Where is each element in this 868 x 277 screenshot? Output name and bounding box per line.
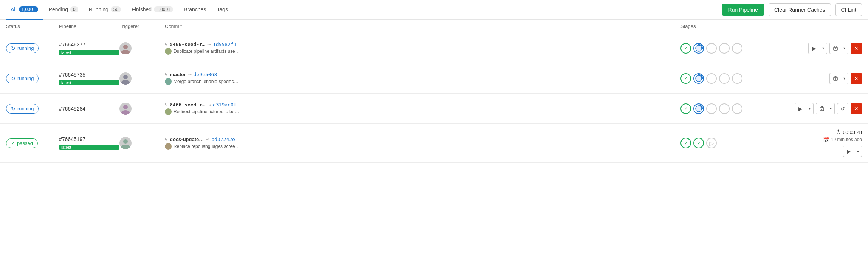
- branch-name-4: docs-update…: [170, 137, 204, 142]
- duration-4: ⏱ 00:03:28: [836, 129, 862, 135]
- avatar-4: [119, 137, 132, 149]
- clear-runner-caches-button[interactable]: Clear Runner Caches: [769, 3, 831, 16]
- arrow-icon-1: ⊸: [207, 42, 211, 47]
- stage-2-2[interactable]: [693, 73, 704, 84]
- commit-avatar-1: [165, 48, 172, 55]
- actions-col-2: ▾ ✕: [794, 73, 862, 84]
- cancel-button-1[interactable]: ✕: [851, 43, 862, 54]
- status-badge-passed-4: ✓ passed: [6, 138, 38, 148]
- stage-3-3[interactable]: [706, 103, 717, 114]
- svg-point-2: [696, 45, 702, 51]
- commit-sha-2[interactable]: de9e5068: [194, 72, 217, 77]
- status-cell-1: ↻ running: [6, 43, 59, 53]
- stage-2-1[interactable]: ✓: [680, 73, 691, 84]
- stage-1-5[interactable]: [732, 43, 742, 54]
- artifact-dropdown-3[interactable]: ▾: [827, 103, 835, 114]
- artifact-button-3[interactable]: [816, 103, 827, 114]
- pipeline-col-1: #76646377 latest: [59, 42, 119, 55]
- stage-3-1[interactable]: ✓: [680, 103, 691, 114]
- branch-name-2: master: [170, 72, 186, 77]
- status-cell-2: ↻ running: [6, 74, 59, 83]
- table-row: ↻ running #76646377 latest ⑂ 8466-seed-r…: [0, 33, 868, 63]
- tab-all[interactable]: All 1,000+: [6, 0, 43, 20]
- svg-point-13: [121, 145, 130, 149]
- tab-branches[interactable]: Branches: [179, 0, 211, 20]
- branch-name-1: 8466-seed-r…: [170, 42, 205, 47]
- stage-2-5[interactable]: [732, 73, 742, 84]
- artifact-button-2[interactable]: [829, 73, 841, 84]
- commit-message-text-3: Redirect pipeline fixtures to be…: [174, 109, 239, 114]
- svg-point-0: [123, 45, 128, 49]
- play-button-4[interactable]: ▶: [843, 146, 854, 157]
- triggerer-1: [119, 42, 165, 54]
- arrow-icon-4: ⊸: [206, 137, 209, 142]
- stages-col-4: ✓ ✓ ▷: [680, 138, 794, 148]
- tab-running[interactable]: Running 56: [84, 0, 126, 20]
- branch-name-3: 8466-seed-r…: [170, 102, 205, 108]
- stage-1-2[interactable]: [693, 43, 704, 54]
- pipeline-id-4: #76645197: [59, 136, 119, 142]
- commit-avatar-4: [165, 143, 172, 150]
- svg-point-1: [121, 50, 130, 54]
- stage-2-3[interactable]: [706, 73, 717, 84]
- run-pipeline-button[interactable]: Run Pipeline: [722, 4, 764, 16]
- commit-message-text-1: Duplicate pipeline artifacts use…: [174, 49, 240, 54]
- artifact-dropdown-2[interactable]: ▾: [841, 73, 848, 84]
- running-icon-2: ↻: [11, 75, 16, 82]
- arrow-icon-3: ⊸: [207, 102, 211, 108]
- stage-3-5[interactable]: [732, 103, 742, 114]
- fork-icon-3: ⑂: [165, 102, 168, 108]
- play-button-1[interactable]: ▶: [808, 43, 820, 54]
- avatar-3: [119, 103, 132, 115]
- tab-finished-badge: 1,000+: [154, 6, 173, 12]
- pipeline-id-2: #76645735: [59, 72, 119, 78]
- commit-sha-1[interactable]: 1d5582f1: [213, 42, 237, 47]
- actions-col-3: ▶ ▾ ▾ ↺ ✕: [794, 103, 862, 114]
- time-ago-value-4: 19 minutes ago: [831, 137, 862, 142]
- stage-4-3[interactable]: ▷: [706, 138, 717, 148]
- tab-tags[interactable]: Tags: [212, 0, 232, 20]
- svg-point-4: [123, 75, 128, 79]
- pipeline-id-3: #76645284: [59, 106, 119, 112]
- calendar-icon-4: 📅: [823, 137, 829, 143]
- stage-4-2[interactable]: ✓: [693, 138, 704, 148]
- running-icon-1: ↻: [11, 45, 16, 51]
- cancel-button-3[interactable]: ✕: [851, 103, 862, 114]
- retry-button-3[interactable]: ↺: [837, 103, 848, 114]
- tab-pending-badge: 0: [70, 6, 78, 12]
- artifact-button-1[interactable]: [829, 43, 841, 54]
- stage-3-2[interactable]: [693, 103, 704, 114]
- artifact-dropdown-1[interactable]: ▾: [841, 43, 848, 54]
- stage-3-4[interactable]: [719, 103, 730, 114]
- stage-1-1[interactable]: ✓: [680, 43, 691, 54]
- stage-1-4[interactable]: [719, 43, 730, 54]
- triggerer-3: [119, 103, 165, 115]
- tab-pending[interactable]: Pending 0: [44, 0, 83, 20]
- clock-icon-4: ⏱: [836, 129, 841, 135]
- duration-value-4: 00:03:28: [843, 129, 862, 135]
- play-button-3[interactable]: ▶: [795, 103, 806, 114]
- table-header: Status Pipeline Triggerer Commit Stages: [0, 20, 868, 33]
- commit-sha-3[interactable]: e319ac0f: [213, 102, 237, 108]
- actions-meta-col-4: ⏱ 00:03:28 📅 19 minutes ago ▶ ▾: [794, 129, 862, 157]
- stage-2-4[interactable]: [719, 73, 730, 84]
- ci-lint-button[interactable]: CI Lint: [835, 3, 862, 16]
- pipeline-table: Status Pipeline Triggerer Commit Stages …: [0, 20, 868, 163]
- stage-4-1[interactable]: ✓: [680, 138, 691, 148]
- commit-col-1: ⑂ 8466-seed-r… ⊸ 1d5582f1 Duplicate pipe…: [165, 42, 680, 55]
- latest-badge-4: latest: [59, 145, 119, 150]
- latest-badge-2: latest: [59, 80, 119, 85]
- play-dropdown-4[interactable]: ▾: [854, 146, 862, 157]
- commit-avatar-2: [165, 78, 172, 85]
- tab-finished[interactable]: Finished 1,000+: [127, 0, 178, 20]
- commit-sha-4[interactable]: bd37242e: [211, 137, 235, 142]
- play-dropdown-3[interactable]: ▾: [806, 103, 814, 114]
- fork-icon-1: ⑂: [165, 42, 168, 47]
- table-row: ↻ running #76645284 ⑂ 8466-seed-r… ⊸ e31…: [0, 94, 868, 124]
- stage-1-3[interactable]: [706, 43, 717, 54]
- cancel-button-2[interactable]: ✕: [851, 73, 862, 84]
- commit-avatar-3: [165, 108, 172, 115]
- triggerer-2: [119, 72, 165, 85]
- tab-all-badge: 1,000+: [19, 6, 38, 12]
- play-dropdown-1[interactable]: ▾: [820, 43, 827, 54]
